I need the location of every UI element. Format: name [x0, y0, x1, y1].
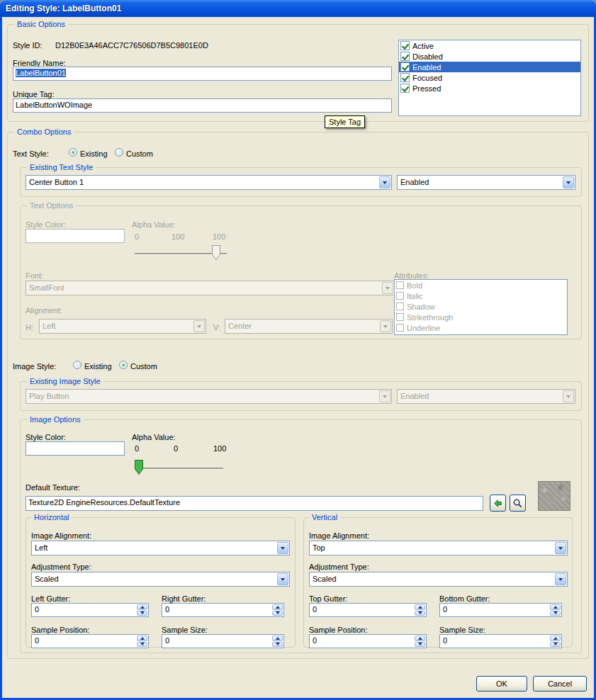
- existing-text-state-combo[interactable]: Enabled: [397, 175, 575, 190]
- h-sample-position-spinner[interactable]: 0: [31, 634, 149, 648]
- font-combo: SmallFont: [26, 281, 395, 295]
- checkbox-icon: [396, 313, 404, 321]
- chevron-down-icon: [563, 390, 574, 402]
- states-listbox: Active Disabled Enabled Focused Pressed: [398, 40, 581, 116]
- horizontal-caption: Horizontal: [31, 513, 72, 522]
- chevron-down-icon[interactable]: [563, 176, 574, 188]
- state-item-enabled[interactable]: Enabled: [399, 62, 580, 72]
- revert-texture-button[interactable]: [490, 495, 506, 512]
- left-gutter-spinner[interactable]: 0: [31, 603, 149, 617]
- default-texture-input[interactable]: Texture2D EngineResources.DefaultTexture: [26, 496, 483, 511]
- spinner-value: 0: [162, 635, 283, 647]
- v-image-alignment-label: Image Alignment:: [309, 531, 369, 541]
- text-style-color-input: [26, 229, 125, 243]
- chevron-down-icon[interactable]: [555, 573, 566, 585]
- image-alpha-slider-handle[interactable]: [135, 460, 143, 475]
- spin-up-button[interactable]: [272, 636, 283, 641]
- spin-down-button[interactable]: [415, 611, 425, 616]
- spin-down-button[interactable]: [550, 611, 561, 616]
- combo-value: SmallFont: [26, 281, 381, 295]
- spin-down-button[interactable]: [415, 642, 425, 648]
- spin-down-button[interactable]: [137, 642, 147, 648]
- state-item-focused[interactable]: Focused: [399, 72, 580, 83]
- spin-up-button[interactable]: [137, 604, 147, 610]
- checkbox-icon[interactable]: [400, 62, 410, 72]
- combo-value: Left: [40, 320, 193, 333]
- existing-text-style-combo[interactable]: Center Button 1: [26, 175, 392, 190]
- attribute-item-shadow: Shadow: [395, 301, 567, 312]
- h-adjustment-type-combo[interactable]: Scaled: [31, 572, 290, 587]
- chevron-down-icon[interactable]: [277, 542, 288, 554]
- vertical-caption: Vertical: [309, 513, 340, 522]
- state-label: Pressed: [412, 84, 441, 93]
- checkbox-icon[interactable]: [400, 41, 410, 50]
- spinner-buttons: [415, 636, 425, 647]
- v-sample-position-spinner[interactable]: 0: [309, 634, 427, 648]
- text-alpha-slider-handle: [212, 245, 220, 260]
- spin-down-button[interactable]: [550, 642, 561, 648]
- h-image-alignment-label: Image Alignment:: [31, 531, 91, 541]
- spinner-value: 0: [440, 635, 561, 647]
- combo-value: Center: [225, 320, 379, 333]
- checkbox-icon[interactable]: [400, 73, 410, 82]
- image-style-custom-radio[interactable]: [119, 361, 128, 369]
- chevron-down-icon[interactable]: [379, 176, 390, 188]
- unique-tag-input[interactable]: LabelButtonWOImage: [13, 98, 392, 113]
- spin-up-button[interactable]: [550, 604, 561, 610]
- attribute-label: Italic: [407, 292, 423, 300]
- browse-texture-button[interactable]: [510, 495, 526, 512]
- h-sample-size-spinner[interactable]: 0: [162, 634, 284, 648]
- chevron-down-icon: [193, 320, 205, 332]
- combo-value: Scaled: [32, 572, 276, 586]
- chevron-down-icon: [380, 320, 391, 332]
- checkbox-icon[interactable]: [400, 52, 410, 61]
- image-style-color-input[interactable]: [26, 441, 125, 456]
- v-adjustment-type-combo[interactable]: Scaled: [309, 572, 568, 587]
- spin-up-button[interactable]: [415, 604, 425, 610]
- spin-up-button[interactable]: [550, 636, 561, 641]
- text-alpha-tick-2: 100: [213, 232, 225, 242]
- style-tag-tooltip: Style Tag: [325, 115, 365, 128]
- text-style-existing-radio[interactable]: [69, 148, 77, 157]
- state-item-disabled[interactable]: Disabled: [399, 51, 580, 62]
- spinner-buttons: [415, 604, 425, 616]
- checkbox-icon: [396, 303, 404, 310]
- spin-up-button[interactable]: [272, 604, 283, 610]
- state-label: Enabled: [412, 63, 441, 72]
- spinner-value: 0: [440, 604, 561, 616]
- chevron-down-icon[interactable]: [555, 542, 566, 554]
- v-image-alignment-combo[interactable]: Top: [309, 541, 568, 555]
- attribute-item-strikethrough: Strikethrough: [395, 312, 567, 322]
- spin-down-button[interactable]: [272, 611, 283, 616]
- chevron-down-icon: [379, 390, 390, 402]
- cancel-button[interactable]: Cancel: [533, 676, 587, 691]
- texture-preview: [538, 481, 570, 511]
- checkbox-icon[interactable]: [400, 84, 410, 93]
- attribute-label: Bold: [407, 281, 422, 290]
- state-item-pressed[interactable]: Pressed: [399, 83, 580, 94]
- ok-button[interactable]: OK: [476, 676, 527, 691]
- image-alpha-slider-track[interactable]: [135, 468, 223, 469]
- text-style-custom-radio[interactable]: [115, 148, 123, 157]
- state-item-active[interactable]: Active: [399, 40, 580, 51]
- attribute-item-underline: Underline: [395, 322, 567, 333]
- right-gutter-spinner[interactable]: 0: [162, 603, 284, 617]
- spinner-value: 0: [310, 604, 426, 616]
- h-image-alignment-combo[interactable]: Left: [31, 541, 290, 555]
- friendly-name-input[interactable]: LabelButton01: [13, 67, 392, 81]
- v-sample-size-spinner[interactable]: 0: [439, 634, 562, 648]
- back-arrow-icon: [493, 498, 503, 509]
- image-style-existing-radio[interactable]: [73, 361, 81, 369]
- spinner-value: 0: [32, 635, 148, 647]
- style-id-value: D12B0E3A46ACC7C76506D7B5C9801E0D: [55, 41, 208, 50]
- spin-down-button[interactable]: [272, 642, 283, 648]
- bottom-gutter-spinner[interactable]: 0: [439, 603, 562, 617]
- alignment-h-combo: Left: [39, 319, 206, 334]
- spin-up-button[interactable]: [415, 636, 425, 641]
- window-title: Editing Style: LabelButton01: [0, 4, 121, 13]
- spin-up-button[interactable]: [137, 636, 147, 641]
- chevron-down-icon[interactable]: [277, 573, 288, 585]
- spin-down-button[interactable]: [137, 611, 147, 616]
- combo-value: Top: [310, 541, 554, 555]
- top-gutter-spinner[interactable]: 0: [309, 603, 427, 617]
